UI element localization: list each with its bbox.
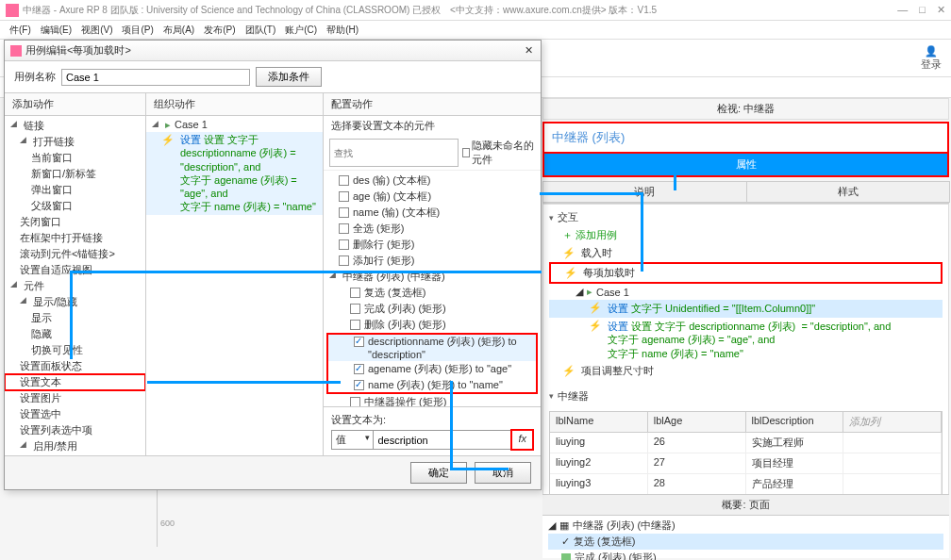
config-subheader: 选择要设置文本的元件 — [324, 116, 541, 136]
menu-edit[interactable]: 编辑(E) — [37, 22, 75, 39]
window-titlebar: 中继器 - Axure RP 8 团队版 : University of Sci… — [0, 0, 951, 21]
menu-publish[interactable]: 发布(P) — [200, 22, 239, 39]
action-set-text-2[interactable]: ⚡ 设置 设置 文字于 descriptionname (列表) = "desc… — [549, 318, 943, 362]
each-item-load-event[interactable]: ⚡每项加载时 — [549, 262, 943, 284]
login-button[interactable]: 👤登录 — [917, 43, 945, 74]
add-action-header: 添加动作 — [5, 93, 145, 116]
dialog-close-button[interactable]: ✕ — [522, 44, 535, 57]
outline-item[interactable]: ◢▦中继器 (列表) (中继器) — [548, 518, 943, 534]
fx-button[interactable]: fx — [511, 430, 533, 450]
add-case-link[interactable]: ＋ 添加用例 — [549, 226, 943, 244]
menu-file[interactable]: 件(F) — [6, 22, 35, 39]
menu-arrange[interactable]: 布局(A) — [159, 22, 198, 39]
window-title: 中继器 - Axure RP 8 团队版 : University of Sci… — [23, 4, 897, 17]
menu-view[interactable]: 视图(V) — [77, 22, 116, 39]
set-text-type-select[interactable]: 值 — [331, 430, 374, 450]
app-icon — [6, 4, 19, 17]
case-name-label: 用例名称 — [14, 70, 56, 84]
dialog-icon — [10, 45, 22, 57]
outline-item[interactable]: 完成 (列表) (矩形) — [548, 550, 943, 560]
case-editor-dialog: 用例编辑<每项加载时> ✕ 用例名称 添加条件 添加动作 ◢链接 ◢打开链接 当… — [4, 40, 542, 490]
set-text-value-input[interactable] — [373, 430, 512, 450]
organize-action-header: 组织动作 — [146, 93, 323, 116]
outline-panel: 概要: 页面 ◢▦中继器 (列表) (中继器) ✓复选 (复选框) 完成 (列表… — [542, 494, 949, 558]
style-tab[interactable]: 样式 — [746, 181, 951, 203]
close-button[interactable]: ✕ — [937, 4, 945, 16]
action-set-text-1[interactable]: ⚡设置 设置 文字于 Unidentified = "[[Item.Column… — [549, 300, 943, 318]
minimize-button[interactable]: — — [897, 4, 908, 16]
properties-tab[interactable]: 属性 — [542, 154, 949, 177]
menu-help[interactable]: 帮助(H) — [323, 22, 362, 39]
outline-item[interactable]: ✓复选 (复选框) — [548, 534, 943, 550]
menu-team[interactable]: 团队(T) — [242, 22, 280, 39]
cancel-button[interactable]: 取消 — [475, 462, 531, 484]
actions-tree[interactable]: ◢链接 ◢打开链接 当前窗口 新窗口/新标签 弹出窗口 父级窗口 关闭窗口 在框… — [5, 116, 145, 455]
menu-project[interactable]: 项目(P) — [118, 22, 157, 39]
organize-action-item[interactable]: ⚡ 设置 设置 文字于 descriptionname (列表) = "desc… — [146, 132, 323, 215]
menu-account[interactable]: 账户(C) — [281, 22, 321, 39]
widget-name-header: 中继器 (列表) — [542, 122, 949, 154]
dialog-title: 用例编辑<每项加载时> — [25, 43, 522, 58]
case-name-input[interactable] — [61, 69, 250, 86]
outline-title: 概要: 页面 — [542, 495, 949, 516]
add-condition-button[interactable]: 添加条件 — [256, 67, 322, 87]
configure-action-header: 配置动作 — [324, 93, 541, 116]
organize-tree[interactable]: ◢▸Case 1 ⚡ 设置 设置 文字于 descriptionname (列表… — [146, 116, 323, 455]
maximize-button[interactable]: □ — [919, 4, 926, 16]
set-text-action[interactable]: 设置文本 — [5, 374, 145, 390]
interactions-section: ▾交互 ＋ 添加用例 ⚡载入时 ⚡每项加载时 ◢▸Case 1 ⚡设置 设置 文… — [542, 204, 949, 521]
bolt-icon: ⚡ — [161, 133, 175, 146]
ok-button[interactable]: 确定 — [410, 462, 467, 484]
set-text-label: 设置文本为: — [331, 413, 533, 427]
menubar: 件(F) 编辑(E) 视图(V) 项目(P) 布局(A) 发布(P) 团队(T)… — [0, 21, 951, 40]
widget-tree[interactable]: des (输) (文本框) age (输) (文本框) name (输) (文本… — [324, 171, 541, 406]
canvas-ruler: 600 — [151, 490, 264, 547]
widget-search-input[interactable] — [329, 139, 459, 167]
hide-unnamed-checkbox[interactable] — [462, 148, 470, 157]
inspector-title: 检视: 中继器 — [542, 98, 949, 120]
